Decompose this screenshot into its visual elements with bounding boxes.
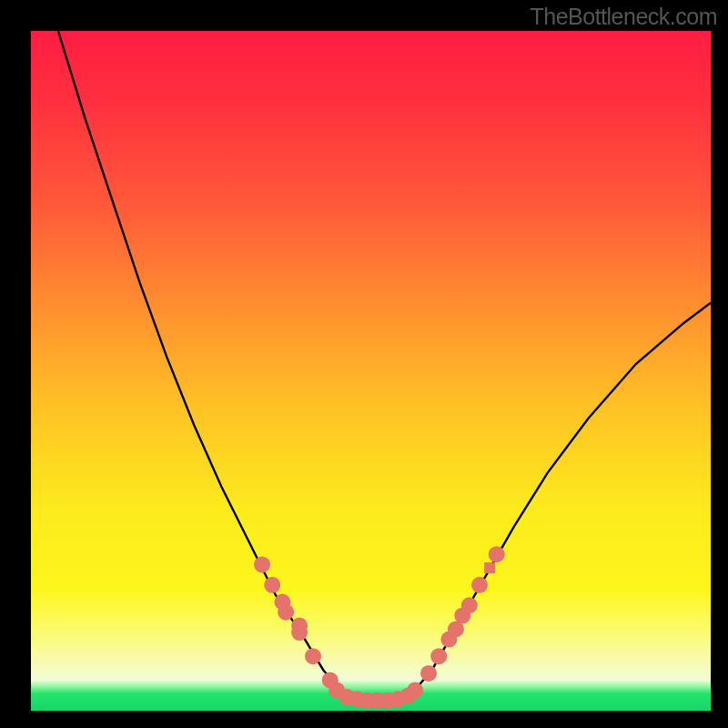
highlight-dot (461, 597, 478, 613)
highlight-dot (291, 618, 308, 634)
chart-overlay (31, 31, 711, 711)
highlight-dot (420, 665, 437, 682)
highlight-dot (278, 604, 294, 621)
chart-frame: TheBottleneck.com (0, 0, 728, 728)
highlight-dot (489, 546, 505, 562)
plot-area (31, 31, 711, 711)
highlight-dot (407, 682, 423, 699)
watermark-text: TheBottleneck.com (531, 4, 718, 30)
highlight-dot (305, 648, 321, 664)
highlight-dot (254, 556, 270, 572)
highlight-dots (254, 546, 505, 709)
bottleneck-curve (58, 31, 711, 701)
highlight-dot (264, 577, 280, 593)
highlight-dot (471, 577, 488, 593)
highlight-dot (430, 648, 447, 664)
highlight-box (484, 562, 495, 573)
